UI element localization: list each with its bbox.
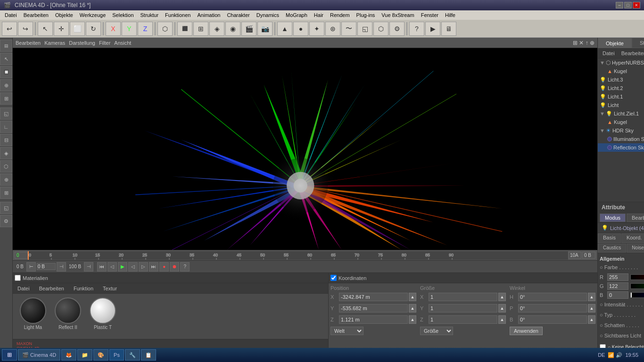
select-btn[interactable]: ↖ bbox=[38, 22, 53, 36]
left-btn-13[interactable]: ◱ bbox=[0, 202, 12, 214]
sphere-btn[interactable]: ● bbox=[293, 22, 308, 36]
left-btn-1[interactable]: ▤ bbox=[0, 40, 12, 52]
transport-prev-btn[interactable]: ⊢ bbox=[26, 262, 36, 272]
tree-reflsky[interactable]: Reflection Sky ● ● bbox=[598, 143, 644, 152]
obj-tree[interactable]: ▼ ⬡ HyperNURBS ● ● ● ● ✕ ✕ ▲ Kugel ● ● bbox=[598, 58, 644, 202]
cube-btn[interactable]: ▲ bbox=[277, 22, 292, 36]
flat-btn[interactable]: ◈ bbox=[209, 22, 224, 36]
taskbar-item-7[interactable]: 📋 bbox=[141, 349, 156, 361]
z-axis-btn[interactable]: Z bbox=[138, 22, 153, 36]
tree-illumsky[interactable]: Illumination Sky ● ● bbox=[598, 135, 644, 143]
coords-check[interactable] bbox=[330, 275, 337, 281]
g-input[interactable] bbox=[607, 282, 628, 290]
h-up[interactable]: ▲ bbox=[588, 293, 595, 301]
camera-btn[interactable]: 📷 bbox=[257, 22, 272, 36]
obj-datei[interactable]: Datei bbox=[600, 49, 618, 57]
attr-tab2-basis[interactable]: Basis bbox=[598, 233, 621, 243]
menu-dynamics[interactable]: Dynamics bbox=[254, 11, 282, 19]
tree-kugel-2[interactable]: ▲ Kugel ● ● ● ✕ bbox=[598, 118, 644, 126]
taskbar-firefox[interactable]: 🦊 bbox=[61, 349, 76, 361]
menu-plugins[interactable]: Plug-ins bbox=[354, 11, 378, 19]
deform-btn[interactable]: ⬡ bbox=[373, 22, 388, 36]
y-pos-input[interactable] bbox=[339, 304, 408, 313]
z-pos-input[interactable] bbox=[339, 315, 408, 324]
tab-struktur[interactable]: Struktur bbox=[632, 38, 644, 48]
move-btn[interactable]: ✛ bbox=[54, 22, 69, 36]
g-bar[interactable] bbox=[630, 283, 644, 289]
r-input[interactable] bbox=[607, 273, 628, 281]
p-angle-input[interactable] bbox=[518, 304, 587, 313]
left-btn-4[interactable]: ⊕ bbox=[0, 79, 12, 91]
taskbar-photoshop[interactable]: Ps bbox=[109, 349, 124, 361]
b-angle-input[interactable] bbox=[518, 315, 587, 324]
left-btn-7[interactable]: ∟ bbox=[0, 121, 12, 133]
x-pos-input[interactable] bbox=[339, 293, 408, 301]
taskbar-paint[interactable]: 🎨 bbox=[93, 349, 108, 361]
transport-next-btn[interactable]: ⊣ bbox=[57, 262, 66, 272]
vp-bearbeiten[interactable]: Bearbeiten bbox=[16, 40, 41, 46]
x-pos-up[interactable]: ▲ bbox=[409, 293, 416, 301]
help-trans-btn[interactable]: ? bbox=[180, 262, 190, 272]
scale-btn[interactable]: ⬜ bbox=[70, 22, 85, 36]
b-input[interactable] bbox=[607, 291, 628, 299]
left-btn-9[interactable]: ◈ bbox=[0, 147, 12, 159]
start-btn[interactable]: ⊞ bbox=[2, 349, 17, 361]
sz-up[interactable]: ▲ bbox=[498, 315, 506, 324]
close-btn[interactable]: ✕ bbox=[633, 2, 640, 8]
r-bar[interactable] bbox=[630, 274, 644, 280]
vp-ansicht[interactable]: Ansicht bbox=[114, 40, 131, 46]
tree-lichtziel[interactable]: ▼ 💡 Licht.Ziel.1 ● ● bbox=[598, 109, 644, 118]
menu-werkzeuge[interactable]: Werkzeuge bbox=[77, 11, 108, 19]
menu-vue[interactable]: Vue 8xStream bbox=[379, 11, 417, 19]
apply-btn[interactable]: Anwenden bbox=[510, 327, 543, 335]
viewport[interactable] bbox=[13, 48, 597, 250]
transport-next2-btn[interactable]: ⊣ bbox=[84, 262, 93, 272]
h-angle-input[interactable] bbox=[518, 293, 587, 301]
b-bar[interactable] bbox=[630, 292, 644, 298]
coord-world-select[interactable]: Welt Lokal bbox=[330, 327, 363, 335]
x-axis-btn[interactable]: X bbox=[106, 22, 121, 36]
menu-funktionen[interactable]: Funktionen bbox=[162, 11, 193, 19]
taskbar-cinema[interactable]: 🎬 Cinema 4D bbox=[18, 349, 60, 361]
auto-key-btn[interactable]: ⏺ bbox=[170, 262, 179, 272]
menu-fenster[interactable]: Fenster bbox=[418, 11, 441, 19]
transport-frame-input[interactable] bbox=[37, 263, 56, 270]
tree-licht2[interactable]: 💡 Licht.2 ● ● ✚ bbox=[598, 84, 644, 92]
left-btn-8[interactable]: ⊟ bbox=[0, 134, 12, 146]
attr-tab3-caustics[interactable]: Caustics bbox=[598, 244, 626, 253]
left-btn-14[interactable]: ⚙ bbox=[0, 215, 12, 227]
z-size-input[interactable] bbox=[429, 315, 497, 324]
undo-btn[interactable]: ↩ bbox=[2, 22, 17, 36]
object-btn[interactable]: ⬡ bbox=[157, 22, 173, 36]
y-size-input[interactable] bbox=[429, 304, 497, 313]
tree-licht1[interactable]: 💡 Licht.1 ● ● ✚ bbox=[598, 92, 644, 101]
b-up[interactable]: ▲ bbox=[588, 315, 595, 324]
attr-tab3-noise[interactable]: Noise bbox=[627, 244, 644, 253]
goto-start-btn[interactable]: ⏮ bbox=[97, 262, 107, 272]
wire-btn[interactable]: ⊞ bbox=[193, 22, 208, 36]
anim-btn[interactable]: 🎬 bbox=[241, 22, 256, 36]
left-btn-6[interactable]: ◱ bbox=[0, 107, 12, 120]
attr-tab2-koord[interactable]: Koord. bbox=[621, 233, 644, 243]
tab-objekte[interactable]: Objekte bbox=[598, 38, 632, 48]
left-btn-11[interactable]: ⊕ bbox=[0, 173, 12, 186]
left-btn-5[interactable]: ⊞ bbox=[0, 92, 12, 105]
menu-animation[interactable]: Animation bbox=[194, 11, 223, 19]
nurbs-btn[interactable]: ◱ bbox=[357, 22, 372, 36]
play-btn[interactable]: ▶ bbox=[118, 262, 127, 272]
tree-hypernurbs[interactable]: ▼ ⬡ HyperNURBS ● ● ● ● ✕ ✕ bbox=[598, 58, 644, 67]
attr-tab-bearbeiten[interactable]: Bearbeiten bbox=[627, 214, 644, 222]
size-mode-select[interactable]: Größe Skalierung bbox=[420, 327, 453, 335]
material-item-3[interactable]: Plastic T bbox=[86, 297, 119, 330]
left-btn-3[interactable]: 🔲 bbox=[0, 66, 12, 78]
persp-btn[interactable]: ⬛ bbox=[177, 22, 192, 36]
material-item-1[interactable]: Light Ma bbox=[17, 297, 50, 330]
sy-up[interactable]: ▲ bbox=[498, 304, 506, 313]
menu-hair[interactable]: Hair bbox=[311, 11, 326, 19]
goto-end-btn[interactable]: ⏭ bbox=[149, 262, 158, 272]
obj-bearbeiten[interactable]: Bearbeiten bbox=[619, 49, 644, 57]
mat-datei[interactable]: Datei bbox=[15, 285, 33, 292]
help-btn[interactable]: ? bbox=[409, 22, 424, 36]
menu-hilfe[interactable]: Hilfe bbox=[442, 11, 458, 19]
rotate-btn[interactable]: ↻ bbox=[86, 22, 101, 36]
